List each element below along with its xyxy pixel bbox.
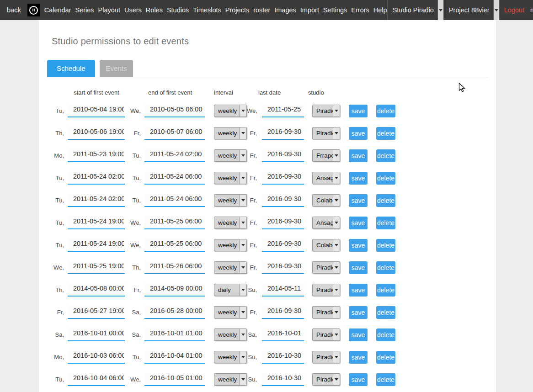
nav-item-roster[interactable]: roster: [253, 5, 270, 15]
save-button[interactable]: save: [349, 306, 368, 319]
nav-item-errors[interactable]: Errors: [351, 5, 369, 15]
delete-button[interactable]: delete: [376, 149, 395, 162]
interval-select[interactable]: weekly: [214, 105, 247, 117]
save-button[interactable]: save: [349, 194, 368, 207]
interval-select[interactable]: weekly: [214, 239, 247, 251]
save-button[interactable]: save: [349, 261, 368, 274]
delete-button[interactable]: delete: [376, 261, 395, 274]
nav-item-users[interactable]: Users: [124, 5, 142, 15]
tab-events[interactable]: Events: [100, 60, 133, 77]
delete-button[interactable]: delete: [376, 127, 395, 140]
interval-select[interactable]: weekly: [214, 306, 247, 318]
start-input[interactable]: [68, 283, 125, 297]
nav-item-images[interactable]: Images: [274, 5, 296, 15]
start-input[interactable]: [68, 328, 125, 341]
last-date-input[interactable]: [262, 238, 304, 252]
last-date-input[interactable]: [262, 104, 304, 117]
interval-select[interactable]: weekly: [214, 351, 247, 363]
delete-button[interactable]: delete: [376, 194, 395, 207]
save-button[interactable]: save: [349, 172, 368, 185]
start-input[interactable]: [68, 194, 125, 207]
interval-select[interactable]: weekly: [214, 373, 247, 386]
start-input[interactable]: [68, 373, 125, 386]
start-input[interactable]: [68, 238, 125, 252]
nav-item-calendar[interactable]: Calendar: [44, 5, 71, 15]
studio-select[interactable]: Studio Piradio: [387, 0, 443, 20]
studio-row-select[interactable]: Piradio: [312, 127, 340, 139]
start-input[interactable]: [68, 171, 125, 185]
last-date-input[interactable]: [262, 328, 304, 341]
end-input[interactable]: [144, 373, 205, 386]
last-date-input[interactable]: [262, 216, 304, 229]
tab-schedule[interactable]: Schedule: [47, 60, 95, 77]
end-input[interactable]: [144, 283, 205, 297]
start-input[interactable]: [68, 306, 125, 319]
start-input[interactable]: [68, 104, 125, 117]
nav-item-timeslots[interactable]: Timeslots: [193, 5, 221, 15]
last-date-input[interactable]: [262, 261, 304, 274]
studio-row-select[interactable]: Piradio: [312, 351, 340, 363]
start-input[interactable]: [68, 350, 125, 364]
last-date-input[interactable]: [262, 194, 304, 207]
interval-select[interactable]: weekly: [214, 261, 247, 274]
studio-row-select[interactable]: Piradio: [312, 373, 340, 386]
end-input[interactable]: [144, 194, 205, 207]
start-input[interactable]: [68, 261, 125, 274]
last-date-input[interactable]: [262, 350, 304, 364]
nav-item-help[interactable]: Help: [373, 5, 387, 15]
save-button[interactable]: save: [349, 239, 368, 252]
start-input[interactable]: [68, 216, 125, 229]
logout-link[interactable]: Logout: [504, 6, 524, 14]
delete-button[interactable]: delete: [376, 306, 395, 319]
save-button[interactable]: save: [349, 127, 368, 140]
end-input[interactable]: [144, 306, 205, 319]
nav-item-roles[interactable]: Roles: [146, 5, 163, 15]
studio-row-select[interactable]: Colabo: [312, 194, 340, 207]
studio-row-select[interactable]: Frrapo: [312, 149, 340, 162]
nav-item-playout[interactable]: Playout: [98, 5, 120, 15]
studio-row-select[interactable]: Colabo: [312, 239, 340, 251]
save-button[interactable]: save: [349, 373, 368, 386]
nav-item-import[interactable]: Import: [300, 5, 319, 15]
studio-row-select[interactable]: Piradio: [312, 306, 340, 318]
studio-row-select[interactable]: Ansage: [312, 172, 340, 184]
save-button[interactable]: save: [349, 149, 368, 162]
delete-button[interactable]: delete: [376, 351, 395, 364]
studio-row-select[interactable]: Piradio: [312, 261, 340, 274]
project-select[interactable]: Project 88vier: [443, 0, 500, 20]
end-input[interactable]: [144, 149, 205, 162]
end-input[interactable]: [144, 171, 205, 185]
save-button[interactable]: save: [349, 351, 368, 364]
last-date-input[interactable]: [262, 149, 304, 162]
studio-row-select[interactable]: Ansage: [312, 217, 340, 229]
save-button[interactable]: save: [349, 284, 368, 297]
interval-select[interactable]: daily: [214, 284, 247, 296]
nav-item-projects[interactable]: Projects: [225, 5, 249, 15]
delete-button[interactable]: delete: [376, 373, 395, 386]
start-input[interactable]: [68, 149, 125, 162]
end-input[interactable]: [144, 261, 205, 274]
interval-select[interactable]: weekly: [214, 328, 247, 341]
interval-select[interactable]: weekly: [214, 194, 247, 207]
interval-select[interactable]: weekly: [214, 127, 247, 139]
studio-row-select[interactable]: Piradio: [312, 284, 340, 296]
end-input[interactable]: [144, 216, 205, 229]
last-date-input[interactable]: [262, 283, 304, 297]
interval-select[interactable]: weekly: [214, 217, 247, 229]
delete-button[interactable]: delete: [376, 172, 395, 185]
interval-select[interactable]: weekly: [214, 172, 247, 184]
nav-item-studios[interactable]: Studios: [167, 5, 189, 15]
end-input[interactable]: [144, 104, 205, 117]
save-button[interactable]: save: [349, 217, 368, 229]
studio-row-select[interactable]: Piradio: [312, 328, 340, 341]
interval-select[interactable]: weekly: [214, 149, 247, 162]
back-link[interactable]: back: [7, 6, 21, 14]
save-button[interactable]: save: [349, 328, 368, 341]
last-date-input[interactable]: [262, 373, 304, 386]
nav-item-series[interactable]: Series: [75, 5, 94, 15]
last-date-input[interactable]: [262, 127, 304, 140]
save-button[interactable]: save: [349, 105, 368, 117]
delete-button[interactable]: delete: [376, 284, 395, 297]
delete-button[interactable]: delete: [376, 328, 395, 341]
start-input[interactable]: [68, 127, 125, 140]
